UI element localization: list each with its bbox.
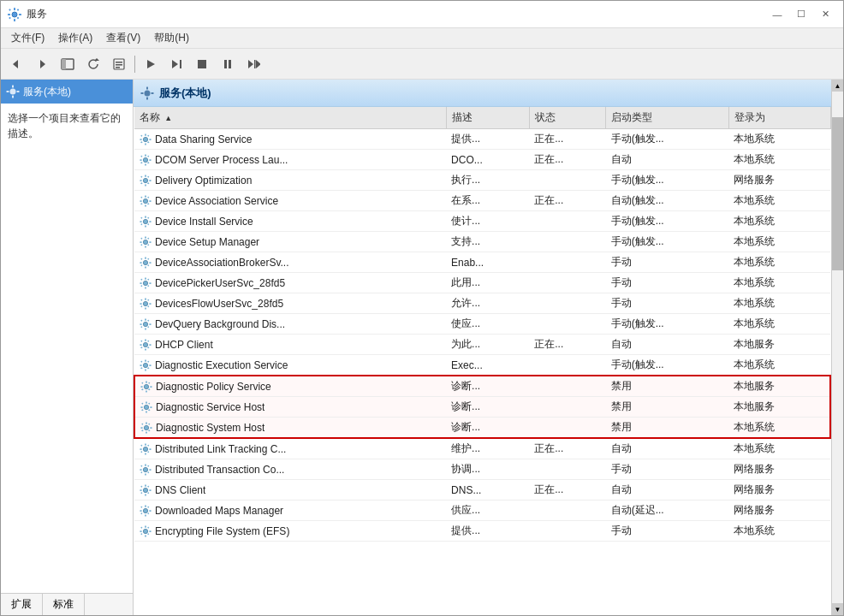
svg-rect-206 (140, 512, 142, 514)
svg-rect-216 (147, 533, 149, 535)
table-row[interactable]: DevQuery Background Dis... 使应...手动(触发...… (134, 314, 830, 335)
svg-rect-164 (146, 422, 147, 424)
service-name: Diagnostic System Host (134, 418, 446, 439)
table-row[interactable]: Device Association Service 在系...正在...自动(… (134, 191, 830, 211)
svg-point-181 (143, 467, 147, 471)
play-button[interactable] (139, 52, 163, 76)
table-row[interactable]: Downloaded Maps Manager 供应...自动(延迟...网络服… (134, 500, 830, 521)
svg-rect-58 (140, 180, 141, 181)
title-bar: 服务 — ☐ ✕ (1, 1, 843, 28)
toolbar (1, 49, 843, 80)
services-table-container[interactable]: 名称 ▲ 描述 状态 启动类型 登录为 (134, 107, 831, 615)
svg-rect-135 (147, 346, 149, 348)
services-list: Data Sharing Service 提供...正在...手动(触发...本… (134, 129, 830, 542)
menu-view[interactable]: 查看(V) (99, 29, 147, 47)
svg-rect-47 (145, 154, 146, 156)
table-row[interactable]: DevicePickerUserSvc_28fd5 此用...手动本地系统 (134, 273, 830, 293)
menu-help[interactable]: 帮助(H) (147, 29, 196, 47)
svg-rect-79 (147, 216, 149, 218)
svg-point-64 (143, 198, 147, 203)
svg-rect-48 (145, 163, 146, 165)
table-row[interactable]: DeviceAssociationBrokerSv... Enab...手动本地… (134, 252, 830, 273)
table-row[interactable]: DHCP Client 为此...正在...自动本地服务 (134, 335, 830, 355)
service-startup: 禁用 (606, 418, 729, 439)
table-row[interactable]: Delivery Optimization 执行...手动(触发...网络服务 (134, 170, 830, 191)
col-name[interactable]: 名称 ▲ (134, 107, 446, 129)
table-row[interactable]: Diagnostic System Host 诊断...禁用本地系统 (134, 418, 830, 439)
svg-rect-75 (145, 225, 146, 227)
sidebar-tab-standard[interactable]: 标准 (43, 594, 85, 615)
svg-rect-71 (140, 203, 142, 204)
close-button[interactable]: ✕ (814, 3, 836, 26)
service-desc: 协调... (446, 459, 529, 480)
svg-rect-36 (152, 92, 154, 94)
table-row[interactable]: Distributed Link Tracking C... 维护...正在..… (134, 438, 830, 459)
svg-rect-3 (8, 14, 10, 15)
service-startup: 禁用 (606, 397, 729, 418)
scroll-thumb[interactable] (832, 117, 843, 270)
table-row[interactable]: Device Install Service 使计...手动(触发...本地系统 (134, 211, 830, 232)
col-desc[interactable]: 描述 (446, 107, 529, 129)
svg-rect-2 (14, 19, 15, 21)
svg-rect-15 (116, 62, 122, 63)
svg-rect-198 (147, 492, 149, 494)
table-row[interactable]: Distributed Transaction Co... 协调...手动网络服… (134, 459, 830, 480)
service-desc: 诊断... (446, 397, 529, 418)
svg-rect-196 (147, 485, 149, 487)
menu-action[interactable]: 操作(A) (51, 29, 99, 47)
svg-rect-188 (140, 471, 142, 473)
col-status[interactable]: 状态 (529, 107, 605, 129)
refresh-button[interactable] (81, 52, 105, 76)
forward-button[interactable] (30, 52, 54, 76)
scroll-down-button[interactable]: ▼ (832, 603, 844, 615)
svg-rect-95 (149, 262, 151, 264)
service-desc: 供应... (446, 500, 529, 521)
table-row[interactable]: Diagnostic Service Host 诊断...禁用本地服务 (134, 397, 830, 418)
table-row[interactable]: Encrypting File System (EFS) 提供...手动本地系统 (134, 521, 830, 542)
svg-rect-160 (148, 402, 150, 404)
service-desc: Exec... (446, 355, 529, 376)
svg-rect-201 (145, 514, 146, 516)
svg-rect-161 (141, 409, 143, 411)
stop-button[interactable] (190, 52, 214, 76)
scrollbar[interactable]: ▲ ▼ (831, 80, 843, 615)
menu-file[interactable]: 文件(F) (4, 29, 51, 47)
svg-rect-191 (145, 484, 146, 486)
table-row[interactable]: Data Sharing Service 提供...正在...手动(触发...本… (134, 129, 830, 150)
back-button[interactable] (4, 52, 28, 76)
service-status: 正在... (529, 438, 605, 459)
svg-rect-38 (145, 133, 146, 135)
show-hide-button[interactable] (56, 52, 80, 76)
col-logon[interactable]: 登录为 (728, 107, 830, 129)
svg-rect-123 (140, 319, 142, 321)
service-desc: DCO... (446, 150, 529, 170)
service-name: Encrypting File System (EFS) (134, 521, 446, 542)
svg-rect-215 (140, 533, 142, 535)
svg-rect-114 (140, 299, 142, 300)
step-button[interactable] (164, 52, 188, 76)
svg-rect-185 (149, 469, 151, 471)
svg-rect-43 (147, 134, 149, 136)
export-button[interactable] (107, 52, 131, 76)
svg-rect-210 (145, 535, 146, 536)
table-row[interactable]: Diagnostic Execution Service Exec...手动(触… (134, 355, 830, 376)
pause-button[interactable] (216, 52, 240, 76)
maximize-button[interactable]: ☐ (790, 3, 812, 26)
table-row[interactable]: DNS Client DNS...正在...自动网络服务 (134, 480, 830, 500)
minimize-button[interactable]: — (766, 3, 788, 26)
table-row[interactable]: DCOM Server Process Lau... DCO...正在...自动… (134, 150, 830, 170)
svg-point-127 (143, 342, 147, 346)
table-row[interactable]: Device Setup Manager 支持...手动(触发...本地系统 (134, 232, 830, 252)
table-row[interactable]: Diagnostic Policy Service 诊断...禁用本地服务 (134, 376, 830, 397)
svg-marker-18 (147, 60, 155, 68)
scroll-up-button[interactable]: ▲ (832, 80, 844, 92)
col-startup[interactable]: 启动类型 (606, 107, 729, 129)
sidebar-tab-extend[interactable]: 扩展 (1, 594, 43, 615)
service-startup: 自动 (606, 150, 729, 170)
service-logon: 网络服务 (728, 500, 830, 521)
service-desc: 维护... (446, 438, 529, 459)
restart-button[interactable] (241, 52, 265, 76)
table-row[interactable]: DevicesFlowUserSvc_28fd5 允许...手动本地系统 (134, 293, 830, 314)
svg-marker-26 (256, 60, 260, 68)
svg-rect-192 (145, 494, 146, 495)
